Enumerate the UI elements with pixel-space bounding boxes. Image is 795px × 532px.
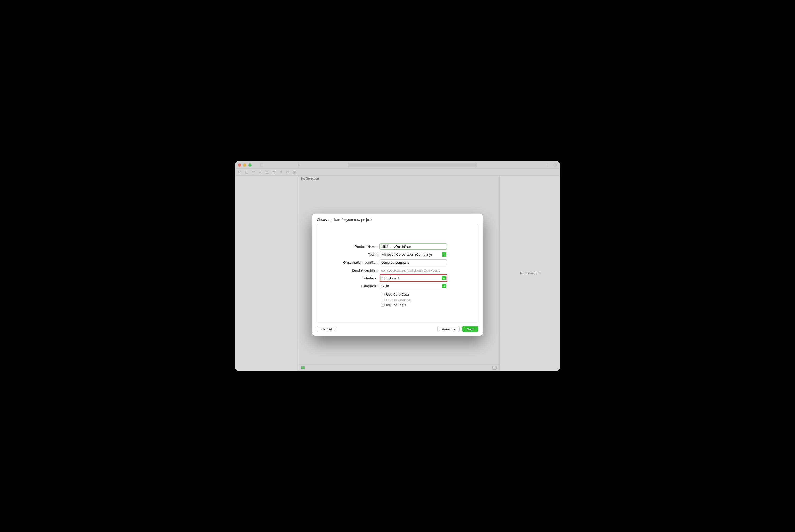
project-navigator-icon[interactable] [238, 170, 242, 174]
window-controls [238, 164, 251, 167]
close-window-button[interactable] [238, 164, 241, 167]
zoom-window-button[interactable] [248, 164, 251, 167]
svg-rect-2 [553, 164, 556, 166]
new-project-sheet: Choose options for your new project: Pro… [312, 214, 483, 336]
minimize-window-button[interactable] [243, 164, 246, 167]
run-button-icon[interactable] [297, 163, 301, 167]
svg-rect-0 [259, 164, 263, 166]
interface-highlight: Storyboard [380, 274, 448, 282]
svg-rect-9 [493, 366, 496, 369]
inspector-area: No Selection [499, 176, 560, 370]
breakpoint-navigator-icon[interactable] [286, 170, 289, 174]
product-name-field[interactable] [380, 244, 447, 249]
source-control-navigator-icon[interactable] [245, 170, 248, 174]
sheet-button-row: Cancel Previous Next [317, 326, 478, 332]
include-tests-checkbox[interactable] [381, 303, 385, 307]
issue-navigator-icon[interactable] [265, 170, 269, 174]
interface-label: Interface: [317, 276, 378, 280]
sidebar-toggle-icon[interactable] [259, 163, 263, 167]
debug-status-icon [301, 366, 305, 369]
navigator-toolbar [235, 169, 560, 176]
previous-button[interactable]: Previous [437, 326, 460, 332]
activity-viewer[interactable] [348, 163, 477, 167]
language-select[interactable]: Swift [380, 283, 447, 289]
xcode-window: No Selection No Selection Choose options… [235, 162, 560, 370]
report-navigator-icon[interactable] [292, 170, 296, 174]
bundle-identifier-label: Bundle Identifier: [317, 268, 378, 272]
chevron-updown-icon [442, 252, 446, 256]
variables-view-toggle-icon[interactable] [492, 366, 497, 369]
symbol-navigator-icon[interactable] [251, 170, 255, 174]
titlebar [235, 162, 560, 169]
library-icon[interactable] [553, 163, 557, 167]
svg-rect-5 [252, 171, 254, 172]
interface-select[interactable]: Storyboard [380, 275, 447, 281]
add-tab-icon[interactable] [545, 163, 549, 167]
host-in-cloudkit-checkbox [381, 298, 385, 302]
navigator-area [235, 176, 298, 370]
team-label: Team: [317, 252, 378, 256]
sheet-title: Choose options for your new project: [317, 217, 478, 222]
chevron-updown-icon [442, 276, 446, 280]
svg-point-6 [259, 171, 261, 173]
bundle-identifier-value: com.yourcompany.UILibraryQuickStart [380, 268, 447, 272]
host-in-cloudkit-label: Host in CloudKit [386, 298, 411, 302]
inspector-placeholder: No Selection [520, 271, 540, 275]
team-select[interactable]: Microsoft Corporation (Company) [380, 251, 447, 257]
cancel-button[interactable]: Cancel [317, 326, 336, 332]
use-core-data-checkbox[interactable] [381, 292, 385, 296]
use-core-data-label: Use Core Data [386, 292, 409, 297]
next-button[interactable]: Next [462, 326, 478, 332]
sheet-form: Product Name: Team: Microsoft Corporatio… [317, 224, 478, 323]
chevron-updown-icon [442, 284, 446, 288]
test-navigator-icon[interactable] [272, 170, 276, 174]
editor-breadcrumb: No Selection [298, 176, 322, 182]
org-identifier-field[interactable] [380, 260, 447, 265]
include-tests-label: Include Tests [386, 303, 406, 307]
svg-point-7 [280, 172, 282, 173]
product-name-label: Product Name: [317, 245, 378, 249]
find-navigator-icon[interactable] [259, 170, 262, 174]
debug-navigator-icon[interactable] [279, 170, 283, 174]
org-identifier-label: Organization Identifier: [317, 261, 378, 264]
debug-bar [298, 364, 499, 370]
language-label: Language: [317, 284, 378, 288]
